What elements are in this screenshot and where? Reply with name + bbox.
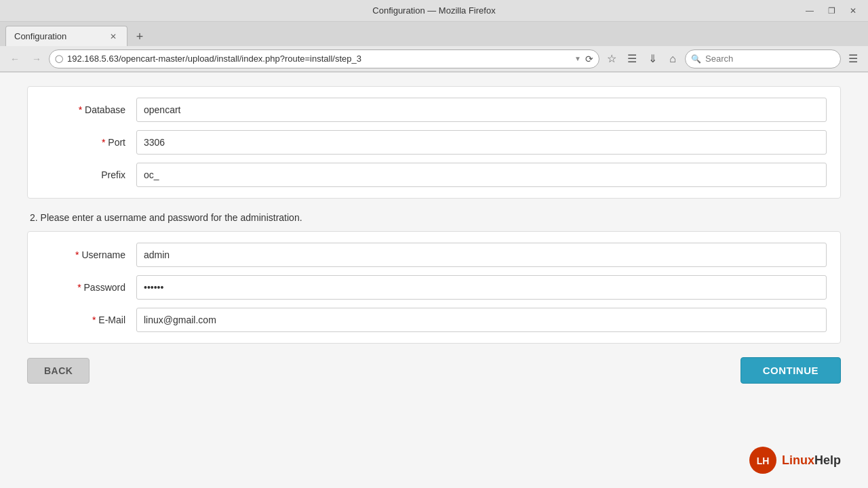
minimize-button[interactable]: —: [800, 3, 819, 18]
port-row: Port: [41, 130, 827, 155]
linuxhelp-logo-icon: LH: [748, 445, 778, 475]
search-icon: 🔍: [691, 54, 701, 64]
nav-bar: ← → ◯ ▼ ⟳ ☆ ☰ ⇓ ⌂ 🔍 ☰: [0, 46, 868, 72]
address-bar[interactable]: [67, 54, 570, 64]
window-controls: — ❐ ✕: [800, 3, 863, 18]
database-label: Database: [41, 104, 136, 115]
port-label: Port: [41, 137, 136, 148]
maximize-button[interactable]: ❐: [822, 3, 841, 18]
username-input[interactable]: [136, 243, 827, 267]
email-label: E-Mail: [41, 314, 136, 325]
port-input[interactable]: [136, 130, 827, 155]
linuxhelp-logo: LH LinuxHelp: [748, 445, 841, 475]
menu-button[interactable]: ☰: [844, 49, 863, 68]
logo-linux-text: Linux: [782, 453, 814, 467]
linuxhelp-text: LinuxHelp: [782, 453, 841, 468]
admin-form-section: Username Password E-Mail: [27, 231, 841, 344]
db-form-section: Database Port Prefix: [27, 86, 841, 199]
tab-bar: Configuration ✕ +: [0, 22, 868, 46]
database-input[interactable]: [136, 98, 827, 122]
forward-nav-button[interactable]: →: [27, 49, 46, 68]
username-row: Username: [41, 243, 827, 267]
search-input[interactable]: [705, 54, 835, 64]
search-bar-container: 🔍: [685, 49, 841, 68]
email-row: E-Mail: [41, 308, 827, 332]
home-button[interactable]: ⌂: [663, 49, 682, 68]
back-button[interactable]: BACK: [27, 358, 90, 384]
bookmark-list-button[interactable]: ☰: [623, 49, 642, 68]
tab-close-button[interactable]: ✕: [108, 31, 119, 42]
close-button[interactable]: ✕: [844, 3, 863, 18]
tab-label: Configuration: [14, 31, 66, 41]
address-dropdown-icon[interactable]: ▼: [574, 55, 581, 62]
password-label: Password: [41, 282, 136, 293]
email-input[interactable]: [136, 308, 827, 332]
content-area: Database Port Prefix 2. Please enter a u…: [0, 73, 868, 488]
title-bar: Configuration — Mozilla Firefox — ❐ ✕: [0, 0, 868, 22]
reload-button[interactable]: ⟳: [585, 54, 593, 64]
address-icon: ◯: [55, 54, 63, 63]
prefix-label: Prefix: [41, 169, 136, 180]
username-label: Username: [41, 249, 136, 260]
prefix-row: Prefix: [41, 163, 827, 187]
continue-button[interactable]: CONTINUE: [741, 357, 841, 384]
address-bar-container: ◯ ▼ ⟳: [49, 49, 599, 68]
button-row: BACK CONTINUE: [27, 357, 841, 384]
password-row: Password: [41, 275, 827, 300]
toolbar-icons: ☆ ☰ ⇓ ⌂: [602, 49, 682, 68]
database-row: Database: [41, 98, 827, 122]
browser-chrome: Configuration — Mozilla Firefox — ❐ ✕ Co…: [0, 0, 868, 73]
svg-text:LH: LH: [757, 455, 770, 466]
active-tab[interactable]: Configuration ✕: [5, 26, 127, 46]
password-input[interactable]: [136, 275, 827, 300]
back-nav-button[interactable]: ←: [5, 49, 24, 68]
logo-help-text: Help: [814, 453, 841, 467]
bookmark-star-button[interactable]: ☆: [602, 49, 621, 68]
download-button[interactable]: ⇓: [643, 49, 662, 68]
prefix-input[interactable]: [136, 163, 827, 187]
admin-section-description: 2. Please enter a username and password …: [27, 212, 841, 223]
window-title: Configuration — Mozilla Firefox: [372, 5, 495, 16]
new-tab-button[interactable]: +: [130, 27, 149, 46]
